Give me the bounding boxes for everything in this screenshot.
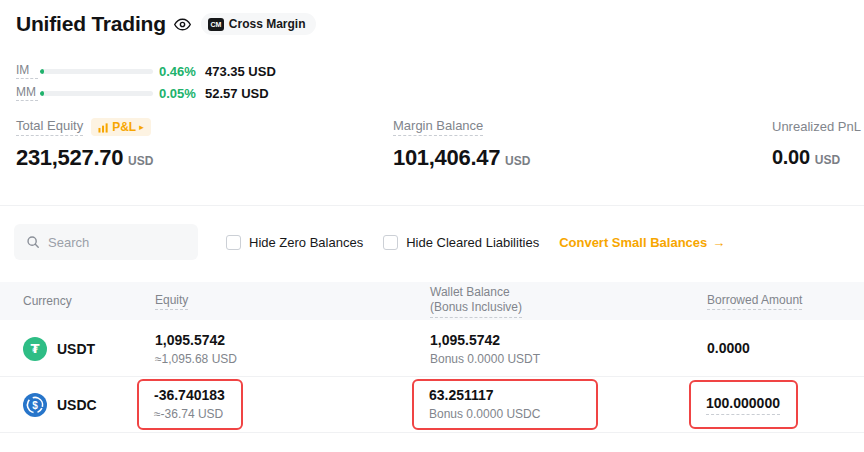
equity-cell: -36.740183 ≈-36.74 USD <box>155 379 430 430</box>
search-box[interactable] <box>14 224 198 260</box>
equity-value: -36.740183 <box>154 387 225 404</box>
cross-margin-icon: CM <box>208 18 224 31</box>
risk-rates: IM 0.46% 473.35 USD MM 0.05% 52.57 USD <box>16 60 276 104</box>
equity-value: 1,095.5742 <box>155 332 430 349</box>
page-header: Unified Trading CM Cross Margin <box>16 12 316 36</box>
cross-margin-badge: CM Cross Margin <box>201 13 316 35</box>
hide-cleared-liabilities-label: Hide Cleared Liabilities <box>406 235 539 250</box>
im-progress-bar <box>40 69 153 74</box>
checkbox-icon[interactable] <box>226 235 241 250</box>
mm-label: MM <box>16 85 38 101</box>
borrowed-amount-value: 100.000000 <box>706 395 780 415</box>
caret-right-icon: ▸ <box>139 123 144 132</box>
im-row: IM 0.46% 473.35 USD <box>16 60 276 82</box>
table-row-usdc: $ USDC -36.740183 ≈-36.74 USD 63.251117 … <box>0 377 864 432</box>
hide-cleared-liabilities-toggle[interactable]: Hide Cleared Liabilities <box>383 235 539 250</box>
search-icon <box>26 235 40 249</box>
wallet-balance-value: 1,095.5742 <box>430 332 707 349</box>
search-input[interactable] <box>48 235 178 250</box>
svg-text:$: $ <box>32 399 38 410</box>
borrowed-amount-cell: 0.0000 <box>707 340 864 357</box>
total-equity-unit: USD <box>128 154 153 168</box>
total-equity-value: 231,527.70 <box>16 145 123 171</box>
mm-progress-bar <box>40 91 153 96</box>
margin-balance-unit: USD <box>505 154 530 168</box>
table-row-usdt: ₮ USDT 1,095.5742 ≈1,095.68 USD 1,095.57… <box>0 321 864 376</box>
wallet-balance-cell: 63.251117 Bonus 0.0000 USDC <box>430 379 707 430</box>
mm-row: MM 0.05% 52.57 USD <box>16 82 276 104</box>
col-header-borrowed-amount: Borrowed Amount <box>707 293 864 310</box>
unrealized-pnl-label: Unrealized PnL o <box>772 119 864 136</box>
margin-balance-label: Margin Balance <box>393 118 483 136</box>
currency-name: USDT <box>57 341 95 357</box>
borrowed-amount-value: 0.0000 <box>707 340 864 357</box>
pnl-label: P&L <box>112 120 136 134</box>
margin-balance-stat: Margin Balance 101,406.47 USD <box>393 118 530 171</box>
col-header-wallet-balance: Wallet Balance (Bonus Inclusive) <box>430 285 707 318</box>
pnl-button[interactable]: P&L ▸ <box>91 118 151 136</box>
usdc-coin-icon: $ <box>23 393 47 417</box>
col-header-currency: Currency <box>23 294 155 308</box>
wallet-bonus-value: Bonus 0.0000 USDT <box>430 352 707 366</box>
wallet-highlight-box: 63.251117 Bonus 0.0000 USDC <box>412 379 598 430</box>
wallet-bonus-value: Bonus 0.0000 USDC <box>429 407 540 421</box>
equity-usd-value: ≈-36.74 USD <box>154 407 225 421</box>
wallet-balance-value: 63.251117 <box>429 387 540 404</box>
wallet-balance-cell: 1,095.5742 Bonus 0.0000 USDT <box>430 332 707 366</box>
eye-icon[interactable] <box>174 16 191 33</box>
section-divider <box>0 205 864 206</box>
im-percent: 0.46% <box>159 64 205 79</box>
convert-small-balances-link[interactable]: Convert Small Balances → <box>559 235 725 250</box>
mm-percent: 0.05% <box>159 86 205 101</box>
equity-cell: 1,095.5742 ≈1,095.68 USD <box>155 332 430 366</box>
equity-highlight-box: -36.740183 ≈-36.74 USD <box>137 379 243 430</box>
mm-progress-fill <box>40 91 44 96</box>
im-label: IM <box>16 63 38 79</box>
arrow-right-icon: → <box>712 235 725 250</box>
hide-zero-balances-toggle[interactable]: Hide Zero Balances <box>226 235 363 250</box>
hide-zero-balances-label: Hide Zero Balances <box>249 235 363 250</box>
margin-balance-value: 101,406.47 <box>393 145 500 171</box>
unrealized-pnl-stat: Unrealized PnL o 0.00 USD <box>772 118 864 169</box>
borrowed-highlight-box: 100.000000 <box>689 380 798 429</box>
page-title: Unified Trading <box>16 12 166 36</box>
col-header-equity: Equity <box>155 293 430 310</box>
im-value: 473.35 USD <box>205 64 276 79</box>
cross-margin-label: Cross Margin <box>229 17 306 31</box>
total-equity-label: Total Equity <box>16 118 83 136</box>
borrowed-amount-cell: 100.000000 <box>707 380 864 429</box>
mm-value: 52.57 USD <box>205 86 269 101</box>
equity-usd-value: ≈1,095.68 USD <box>155 352 430 366</box>
convert-small-balances-label: Convert Small Balances <box>559 235 707 250</box>
im-progress-fill <box>40 69 44 74</box>
total-equity-stat: Total Equity P&L ▸ 231,527.70 USD <box>16 118 153 171</box>
filter-bar: Hide Zero Balances Hide Cleared Liabilit… <box>14 224 864 260</box>
usdt-coin-icon: ₮ <box>23 337 47 361</box>
unrealized-pnl-value: 0.00 <box>772 146 810 169</box>
unified-trading-page: Unified Trading CM Cross Margin IM 0.46%… <box>0 0 864 452</box>
table-header-row: Currency Equity Wallet Balance (Bonus In… <box>0 282 864 320</box>
currency-cell: ₮ USDT <box>23 337 155 361</box>
row-divider <box>0 432 864 433</box>
unrealized-pnl-unit: USD <box>815 153 840 167</box>
currency-cell: $ USDC <box>23 393 155 417</box>
currency-name: USDC <box>57 397 97 413</box>
chart-icon <box>98 122 109 133</box>
checkbox-icon[interactable] <box>383 235 398 250</box>
